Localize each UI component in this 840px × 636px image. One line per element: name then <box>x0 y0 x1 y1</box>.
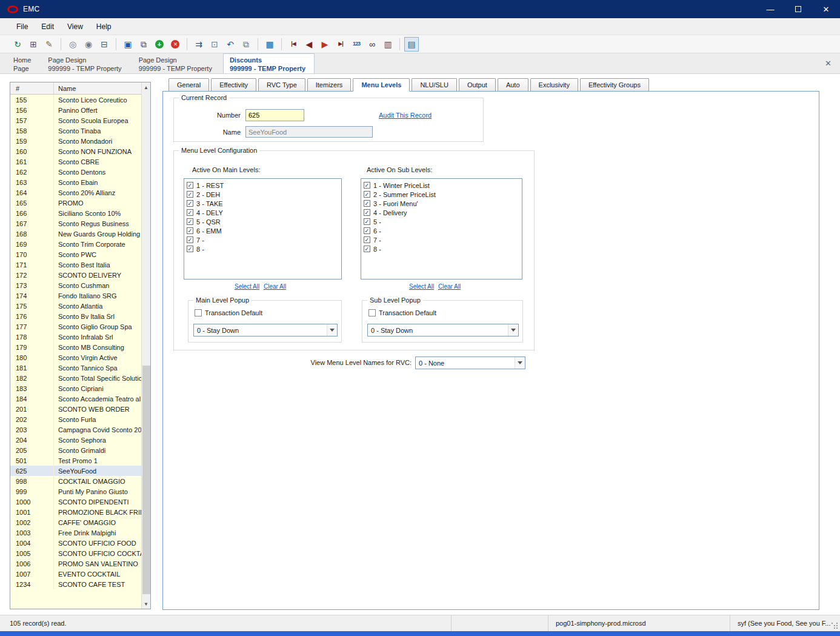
checkbox-checked-icon[interactable] <box>364 182 370 189</box>
checkbox-checked-icon[interactable] <box>187 236 193 243</box>
menu-help[interactable]: Help <box>90 19 118 34</box>
previous-record-icon[interactable]: ◀ <box>302 37 316 52</box>
table-row[interactable]: 998COCKTAIL OMAGGIO <box>10 476 141 486</box>
tab-nlu-slu[interactable]: NLU/SLU <box>412 78 456 92</box>
tab-menu-levels[interactable]: Menu Levels <box>353 78 410 92</box>
table-row[interactable]: 178Sconto Infralab Srl <box>10 332 141 342</box>
table-row[interactable]: 171Sconto Best Italia <box>10 259 141 270</box>
table-row[interactable]: 162Sconto Dentons <box>10 167 141 177</box>
table-scrollbar[interactable]: ▲ ▼ <box>141 82 150 609</box>
tab-auto[interactable]: Auto <box>498 78 528 92</box>
tab-exclusivity[interactable]: Exclusivity <box>530 78 578 92</box>
last-record-icon[interactable]: ▶| <box>333 37 348 52</box>
goto-record-icon[interactable]: 123 <box>349 37 364 52</box>
copy-icon[interactable]: ⧉ <box>239 37 253 52</box>
document-tab-page-design[interactable]: Page Design999999 - TEMP Property <box>133 53 221 73</box>
checkbox-checked-icon[interactable] <box>364 218 370 225</box>
next-record-icon[interactable]: ▶ <box>318 37 332 52</box>
table-row[interactable]: 165PROMO <box>10 198 141 208</box>
table-row[interactable]: 175Sconto Atlantia <box>10 301 141 311</box>
table-view-icon[interactable]: ▦ <box>262 37 277 52</box>
main-level-item[interactable]: 8 - <box>184 244 341 253</box>
table-row[interactable]: 158Sconto Tinaba <box>10 126 141 136</box>
table-row[interactable]: 1234SCONTO CAFE TEST <box>10 579 141 589</box>
main-clear-all-link[interactable]: Clear All <box>264 283 286 290</box>
about-icon[interactable]: ◉ <box>81 37 96 52</box>
main-level-item[interactable]: 6 - EMM <box>184 226 341 235</box>
maximize-button[interactable] <box>784 0 812 18</box>
table-row[interactable]: 1001PROMOZIONE BLACK FRID <box>10 507 141 517</box>
main-level-item[interactable]: 5 - QSR <box>184 217 341 226</box>
sub-level-item[interactable]: 2 - Summer PriceList <box>361 190 522 199</box>
sub-levels-listbox[interactable]: 1 - Winter PriceList2 - Summer PriceList… <box>361 178 522 280</box>
table-row[interactable]: 163Sconto Ebain <box>10 177 141 187</box>
delete-record-icon[interactable]: ✕ <box>168 37 182 52</box>
table-row[interactable]: 182Sconto Total Specific Solutio <box>10 373 141 383</box>
table-import-icon[interactable]: ⊞ <box>26 37 41 52</box>
insert-record-icon[interactable]: + <box>152 37 167 52</box>
tab-rvc-type[interactable]: RVC Type <box>258 78 305 92</box>
record-name-input[interactable] <box>245 126 373 138</box>
table-row[interactable]: 1007EVENTO COCKTAIL <box>10 569 141 579</box>
tab-general[interactable]: General <box>168 78 209 92</box>
sub-select-all-link[interactable]: Select All <box>409 283 434 290</box>
checkbox-checked-icon[interactable] <box>364 236 370 243</box>
sub-popup-dropdown[interactable]: 0 - Stay Down <box>367 324 519 336</box>
main-popup-dropdown[interactable]: 0 - Stay Down <box>193 324 338 336</box>
table-row[interactable]: 1003Free Drink Malpighi <box>10 527 141 538</box>
find-record-icon[interactable]: ∞ <box>365 37 379 52</box>
checkbox-checked-icon[interactable] <box>187 227 193 234</box>
table-row[interactable]: 184Sconto Accademia Teatro al <box>10 393 141 404</box>
table-row[interactable]: 176Sconto Bv Italia Srl <box>10 311 141 321</box>
table-row[interactable]: 159Sconto Mondadori <box>10 136 141 146</box>
table-row[interactable]: 167Sconto Regus Business <box>10 218 141 229</box>
checkbox-checked-icon[interactable] <box>364 246 370 252</box>
sub-level-item[interactable]: 6 - <box>361 226 522 235</box>
table-row[interactable]: 203Campagna Covid Sconto 20' <box>10 424 141 435</box>
table-row[interactable]: 1000SCONTO DIPENDENTI <box>10 497 141 507</box>
document-tab-home[interactable]: HomePage <box>7 53 39 73</box>
table-row[interactable]: 168New Guards Group Holding . <box>10 229 141 239</box>
table-row[interactable]: 180Sconto Virgin Active <box>10 352 141 363</box>
resize-grip[interactable] <box>831 622 839 630</box>
scrollbar-track[interactable] <box>142 92 151 599</box>
view-rvc-dropdown[interactable]: 0 - None <box>415 356 525 369</box>
checkbox-checked-icon[interactable] <box>364 200 370 207</box>
column-header-number[interactable]: # <box>10 82 54 94</box>
table-row[interactable]: 181Sconto Tannico Spa <box>10 363 141 373</box>
scroll-up-icon[interactable]: ▲ <box>142 82 151 92</box>
table-row[interactable]: 625SeeYouFood <box>10 466 141 476</box>
close-button[interactable]: ✕ <box>812 0 840 18</box>
table-row[interactable]: 501Test Promo 1 <box>10 455 141 466</box>
sub-level-item[interactable]: 8 - <box>361 244 522 253</box>
table-row[interactable]: 204Sconto Sephora <box>10 435 141 445</box>
table-row[interactable]: 169Sconto Trim Corporate <box>10 239 141 249</box>
checkbox-checked-icon[interactable] <box>187 191 193 198</box>
checkbox-checked-icon[interactable] <box>364 209 370 216</box>
checkbox-checked-icon[interactable] <box>187 209 193 216</box>
record-info-icon[interactable]: ◎ <box>65 37 80 52</box>
table-row[interactable]: 174Fondo Italiano SRG <box>10 290 141 301</box>
sub-level-item[interactable]: 1 - Winter PriceList <box>361 181 522 190</box>
table-row[interactable]: 1002CAFFE' OMAGGIO <box>10 517 141 527</box>
paste-icon[interactable]: ⊡ <box>207 37 222 52</box>
table-row[interactable]: 160Sconto NON FUNZIONA <box>10 146 141 156</box>
table-row[interactable]: 170Sconto PWC <box>10 249 141 259</box>
minimize-button[interactable]: — <box>756 0 784 18</box>
checkbox-checked-icon[interactable] <box>187 246 193 252</box>
sub-transaction-default-checkbox[interactable] <box>368 309 376 316</box>
table-row[interactable]: 1005SCONTO UFFICIO COCKTA <box>10 548 141 558</box>
table-row[interactable]: 183Sconto Cipriani <box>10 383 141 393</box>
table-row[interactable]: 1004SCONTO UFFICIO FOOD <box>10 538 141 548</box>
refresh-icon[interactable]: ↻ <box>10 37 25 52</box>
sub-level-item[interactable]: 3 - Fuori Menu' <box>361 199 522 208</box>
audit-record-link[interactable]: Audit This Record <box>379 112 432 119</box>
main-levels-listbox[interactable]: 1 - REST2 - DEH3 - TAKE4 - DELY5 - QSR6 … <box>184 178 342 280</box>
close-document-icon[interactable]: ✕ <box>825 59 832 68</box>
print-icon[interactable]: ⊟ <box>97 37 112 52</box>
main-level-item[interactable]: 1 - REST <box>184 181 341 190</box>
table-row[interactable]: 202Sconto Furla <box>10 414 141 424</box>
record-grid-icon[interactable]: ▥ <box>381 37 395 52</box>
table-row[interactable]: 999Punti My Panino Giusto <box>10 486 141 497</box>
save-icon[interactable]: ▣ <box>121 37 135 52</box>
